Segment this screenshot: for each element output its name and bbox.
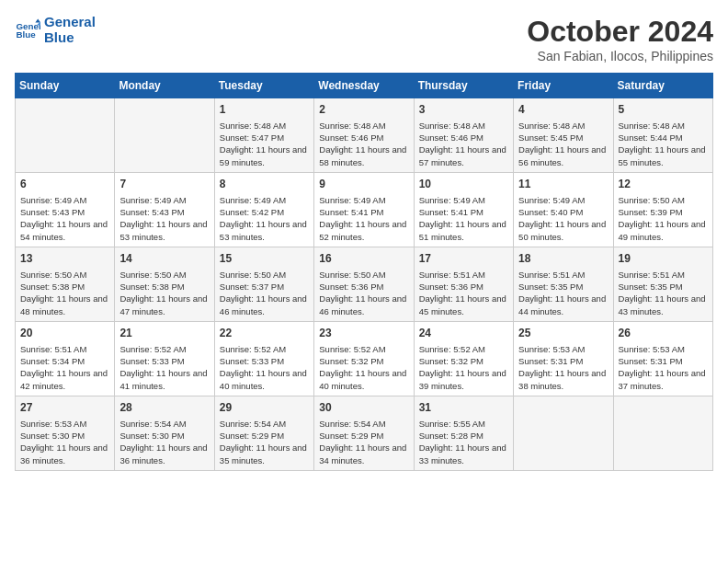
day-number: 20: [20, 326, 109, 341]
day-info: Sunrise: 5:48 AMSunset: 5:46 PMDaylight:…: [319, 120, 408, 168]
day-number: 9: [319, 177, 408, 192]
day-info: Sunrise: 5:53 AMSunset: 5:31 PMDaylight:…: [619, 343, 708, 392]
calendar-cell: 7Sunrise: 5:49 AMSunset: 5:43 PMDaylight…: [115, 172, 214, 247]
day-info: Sunrise: 5:53 AMSunset: 5:31 PMDaylight:…: [518, 343, 608, 392]
location-subtitle: San Fabian, Ilocos, Philippines: [527, 49, 713, 63]
calendar-cell: 27Sunrise: 5:53 AMSunset: 5:30 PMDayligh…: [16, 396, 115, 470]
calendar-cell: 1Sunrise: 5:48 AMSunset: 5:47 PMDaylight…: [214, 98, 313, 173]
day-number: 3: [419, 102, 508, 118]
day-info: Sunrise: 5:49 AMSunset: 5:43 PMDaylight:…: [119, 194, 209, 243]
header-friday: Friday: [514, 74, 613, 98]
calendar-cell: 18Sunrise: 5:51 AMSunset: 5:35 PMDayligh…: [514, 247, 613, 321]
day-info: Sunrise: 5:54 AMSunset: 5:30 PMDaylight:…: [119, 418, 209, 466]
day-info: Sunrise: 5:50 AMSunset: 5:39 PMDaylight:…: [619, 194, 708, 243]
day-info: Sunrise: 5:50 AMSunset: 5:36 PMDaylight:…: [319, 269, 408, 317]
month-title: October 2024: [527, 15, 713, 49]
calendar-cell: 12Sunrise: 5:50 AMSunset: 5:39 PMDayligh…: [613, 172, 712, 247]
week-row-3: 13Sunrise: 5:50 AMSunset: 5:38 PMDayligh…: [16, 247, 713, 321]
calendar-cell: 6Sunrise: 5:49 AMSunset: 5:43 PMDaylight…: [16, 172, 115, 247]
header-monday: Monday: [115, 74, 214, 98]
calendar-cell: 16Sunrise: 5:50 AMSunset: 5:36 PMDayligh…: [314, 247, 414, 321]
calendar-cell: 13Sunrise: 5:50 AMSunset: 5:38 PMDayligh…: [16, 247, 115, 321]
day-number: 23: [319, 326, 408, 341]
calendar-cell: [115, 98, 214, 173]
day-info: Sunrise: 5:49 AMSunset: 5:42 PMDaylight:…: [220, 194, 309, 243]
calendar-cell: 24Sunrise: 5:52 AMSunset: 5:32 PMDayligh…: [414, 321, 513, 396]
calendar-cell: 22Sunrise: 5:52 AMSunset: 5:33 PMDayligh…: [214, 321, 313, 396]
day-number: 31: [419, 400, 508, 416]
day-number: 14: [119, 251, 209, 267]
day-info: Sunrise: 5:52 AMSunset: 5:32 PMDaylight:…: [319, 343, 408, 392]
day-number: 12: [619, 177, 708, 192]
day-info: Sunrise: 5:51 AMSunset: 5:36 PMDaylight:…: [419, 269, 508, 317]
calendar-cell: [514, 396, 613, 470]
day-info: Sunrise: 5:52 AMSunset: 5:33 PMDaylight:…: [220, 343, 309, 392]
day-number: 21: [119, 326, 209, 341]
calendar-cell: 20Sunrise: 5:51 AMSunset: 5:34 PMDayligh…: [16, 321, 115, 396]
day-info: Sunrise: 5:49 AMSunset: 5:40 PMDaylight:…: [518, 194, 608, 243]
day-number: 25: [518, 326, 608, 341]
day-info: Sunrise: 5:54 AMSunset: 5:29 PMDaylight:…: [220, 418, 309, 466]
day-number: 1: [220, 102, 309, 118]
calendar-cell: 15Sunrise: 5:50 AMSunset: 5:37 PMDayligh…: [214, 247, 313, 321]
day-number: 28: [119, 400, 209, 416]
calendar-cell: [16, 98, 115, 173]
calendar-cell: 4Sunrise: 5:48 AMSunset: 5:45 PMDaylight…: [514, 98, 613, 173]
day-info: Sunrise: 5:50 AMSunset: 5:38 PMDaylight:…: [20, 269, 109, 317]
calendar-cell: 2Sunrise: 5:48 AMSunset: 5:46 PMDaylight…: [314, 98, 414, 173]
day-number: 30: [319, 400, 408, 416]
day-number: 4: [518, 102, 608, 118]
day-info: Sunrise: 5:50 AMSunset: 5:38 PMDaylight:…: [119, 269, 209, 317]
day-number: 19: [619, 251, 708, 267]
day-info: Sunrise: 5:52 AMSunset: 5:32 PMDaylight:…: [419, 343, 508, 392]
day-info: Sunrise: 5:49 AMSunset: 5:43 PMDaylight:…: [20, 194, 109, 243]
logo-line2: Blue: [44, 30, 96, 46]
day-info: Sunrise: 5:55 AMSunset: 5:28 PMDaylight:…: [419, 418, 508, 466]
day-number: 22: [220, 326, 309, 341]
header-saturday: Saturday: [613, 74, 712, 98]
page-header: General Blue General Blue October 2024 S…: [15, 15, 713, 63]
header-tuesday: Tuesday: [214, 74, 313, 98]
day-number: 29: [220, 400, 309, 416]
day-info: Sunrise: 5:48 AMSunset: 5:47 PMDaylight:…: [220, 120, 309, 168]
day-number: 11: [518, 177, 608, 192]
day-info: Sunrise: 5:54 AMSunset: 5:29 PMDaylight:…: [319, 418, 408, 466]
day-number: 8: [220, 177, 309, 192]
day-number: 18: [518, 251, 608, 267]
day-info: Sunrise: 5:51 AMSunset: 5:35 PMDaylight:…: [619, 269, 708, 317]
logo-line1: General: [44, 15, 96, 30]
calendar-cell: 23Sunrise: 5:52 AMSunset: 5:32 PMDayligh…: [314, 321, 414, 396]
day-number: 6: [20, 177, 109, 192]
calendar-cell: 14Sunrise: 5:50 AMSunset: 5:38 PMDayligh…: [115, 247, 214, 321]
day-number: 10: [419, 177, 508, 192]
calendar-cell: 10Sunrise: 5:49 AMSunset: 5:41 PMDayligh…: [414, 172, 513, 247]
day-info: Sunrise: 5:49 AMSunset: 5:41 PMDaylight:…: [319, 194, 408, 243]
day-info: Sunrise: 5:53 AMSunset: 5:30 PMDaylight:…: [20, 418, 109, 466]
day-info: Sunrise: 5:51 AMSunset: 5:34 PMDaylight:…: [20, 343, 109, 392]
calendar-cell: 25Sunrise: 5:53 AMSunset: 5:31 PMDayligh…: [514, 321, 613, 396]
day-number: 5: [619, 102, 708, 118]
day-number: 2: [319, 102, 408, 118]
calendar-cell: [613, 396, 712, 470]
calendar-cell: 11Sunrise: 5:49 AMSunset: 5:40 PMDayligh…: [514, 172, 613, 247]
week-row-5: 27Sunrise: 5:53 AMSunset: 5:30 PMDayligh…: [16, 396, 713, 470]
day-info: Sunrise: 5:48 AMSunset: 5:44 PMDaylight:…: [619, 120, 708, 168]
day-number: 24: [419, 326, 508, 341]
calendar-cell: 31Sunrise: 5:55 AMSunset: 5:28 PMDayligh…: [414, 396, 513, 470]
calendar-cell: 26Sunrise: 5:53 AMSunset: 5:31 PMDayligh…: [613, 321, 712, 396]
day-number: 16: [319, 251, 408, 267]
header-wednesday: Wednesday: [314, 74, 414, 98]
calendar-cell: 30Sunrise: 5:54 AMSunset: 5:29 PMDayligh…: [314, 396, 414, 470]
calendar-cell: 28Sunrise: 5:54 AMSunset: 5:30 PMDayligh…: [115, 396, 214, 470]
logo-icon: General Blue: [15, 17, 40, 43]
calendar-cell: 19Sunrise: 5:51 AMSunset: 5:35 PMDayligh…: [613, 247, 712, 321]
day-number: 17: [419, 251, 508, 267]
calendar-cell: 8Sunrise: 5:49 AMSunset: 5:42 PMDaylight…: [214, 172, 313, 247]
calendar-table: SundayMondayTuesdayWednesdayThursdayFrid…: [15, 73, 713, 471]
header-sunday: Sunday: [16, 74, 115, 98]
calendar-header-row: SundayMondayTuesdayWednesdayThursdayFrid…: [16, 74, 713, 98]
day-number: 27: [20, 400, 109, 416]
calendar-cell: 3Sunrise: 5:48 AMSunset: 5:46 PMDaylight…: [414, 98, 513, 173]
calendar-cell: 29Sunrise: 5:54 AMSunset: 5:29 PMDayligh…: [214, 396, 313, 470]
svg-text:Blue: Blue: [16, 29, 36, 40]
